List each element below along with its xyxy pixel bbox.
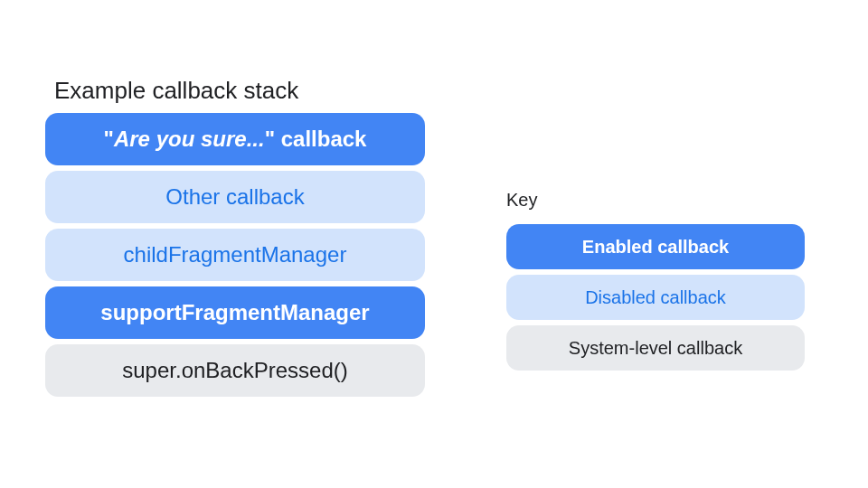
legend-enabled: Enabled callback [506, 224, 805, 269]
legend-label: Disabled callback [585, 287, 726, 308]
stack-item-label: supportFragmentManager [100, 300, 369, 325]
stack-item-are-you-sure: "Are you sure..." callback [45, 113, 425, 165]
legend-label: System-level callback [569, 338, 742, 359]
stack-item-label: super.onBackPressed() [122, 358, 347, 383]
stack-title: Example callback stack [54, 77, 298, 105]
stack-item-super-onbackpressed: super.onBackPressed() [45, 344, 425, 397]
stack-item-other: Other callback [45, 171, 425, 223]
key-title: Key [506, 190, 537, 211]
legend-disabled: Disabled callback [506, 275, 805, 320]
diagram-canvas: Example callback stack "Are you sure..."… [0, 0, 868, 488]
legend: Enabled callback Disabled callback Syste… [506, 224, 805, 371]
stack-item-italic: Are you sure... [114, 127, 265, 152]
stack-item-suffix: " callback [265, 127, 367, 152]
stack-item-child-fragment-manager: childFragmentManager [45, 229, 425, 281]
stack-item-prefix: " [104, 127, 114, 152]
stack-item-label: Other callback [165, 184, 304, 210]
legend-system: System-level callback [506, 325, 805, 371]
stack-item-support-fragment-manager: supportFragmentManager [45, 286, 425, 339]
stack-item-label: childFragmentManager [124, 242, 347, 267]
legend-label: Enabled callback [582, 237, 729, 258]
callback-stack: "Are you sure..." callback Other callbac… [45, 113, 425, 397]
